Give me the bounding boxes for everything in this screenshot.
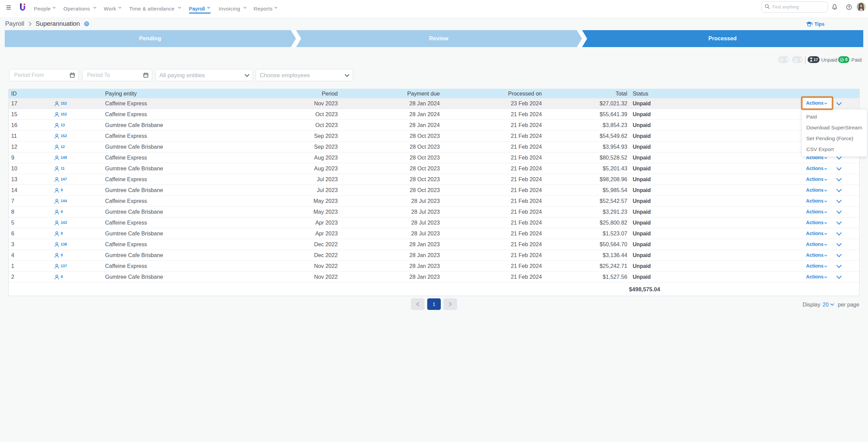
svg-text:?: ?	[848, 5, 850, 9]
